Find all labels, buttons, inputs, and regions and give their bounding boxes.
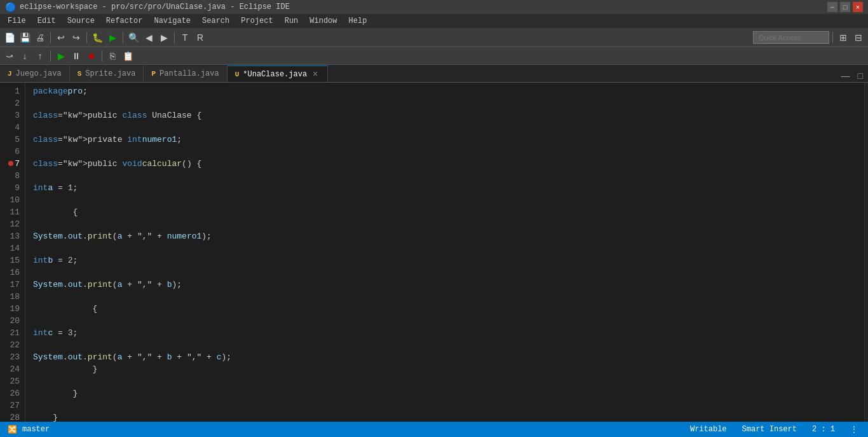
step-return-button[interactable]: ↑	[33, 49, 47, 63]
tab-icon-pantalla: P	[151, 70, 156, 78]
line-num-24: 24	[0, 363, 20, 375]
tab-controls: — □	[839, 69, 868, 82]
line-num-4: 4	[0, 121, 20, 134]
tab-label-unaclase: *UnaClase.java	[243, 70, 307, 79]
code-line-26: }	[33, 387, 864, 399]
code-line-22	[33, 339, 864, 351]
tab-icon-unaclase: U	[235, 71, 240, 78]
line-num-13: 13	[0, 230, 20, 242]
title-bar: 🔵 eclipse-workspace - pro/src/pro/UnaCla…	[0, 0, 868, 14]
open-type-button[interactable]: T	[178, 31, 192, 45]
line-num-5: 5	[0, 134, 20, 146]
step-over-button[interactable]: ⤻	[3, 49, 17, 63]
copy-button[interactable]: ⎘	[105, 49, 119, 63]
code-line-18	[33, 291, 864, 303]
title-bar-controls[interactable]: − □ ×	[827, 2, 863, 12]
menu-item-edit[interactable]: Edit	[32, 15, 61, 27]
window-title: eclipse-workspace - pro/src/pro/UnaClase…	[20, 3, 290, 11]
minimize-editor-button[interactable]: —	[839, 69, 853, 82]
quick-access-input[interactable]	[753, 31, 829, 44]
code-line-25	[33, 375, 864, 387]
step-into-button[interactable]: ↓	[18, 49, 32, 63]
undo-button[interactable]: ↩	[54, 31, 68, 45]
maximize-editor-button[interactable]: □	[855, 69, 865, 82]
debug-button[interactable]: 🐛	[90, 31, 104, 45]
minimap	[864, 83, 868, 422]
minimize-button[interactable]: −	[827, 2, 837, 12]
print-button[interactable]: 🖨	[33, 31, 47, 45]
tab-close-unaclase[interactable]: ×	[311, 70, 320, 79]
tab-icon-juego: J	[8, 70, 12, 78]
code-line-14	[33, 242, 864, 254]
terminate-button[interactable]: ■	[85, 49, 98, 63]
line-num-14: 14	[0, 242, 20, 254]
menu-item-navigate[interactable]: Navigate	[149, 15, 196, 27]
line-num-7: 7	[0, 158, 20, 170]
line-numbers: 1234567891011121314151617181920212223242…	[0, 83, 25, 422]
cursor-position-status[interactable]: 2 : 1	[810, 425, 837, 434]
line-num-3: 3	[0, 109, 20, 121]
code-line-3: class="kw">public class UnaClase {	[33, 109, 864, 121]
tab-sprite[interactable]: S Sprite.java	[70, 66, 144, 82]
tabs-bar: J Juego.java S Sprite.java P Pantalla.ja…	[0, 65, 868, 83]
search-button[interactable]: 🔍	[126, 31, 140, 45]
close-button[interactable]: ×	[853, 2, 863, 12]
suspend-button[interactable]: ⏸	[69, 49, 83, 63]
line-num-6: 6	[0, 146, 20, 158]
line-num-18: 18	[0, 291, 20, 303]
status-bar: 🔀 master Writable Smart Insert 2 : 1 ⋮	[0, 422, 868, 437]
writable-status[interactable]: Writable	[688, 425, 729, 434]
more-options-button[interactable]: ⋮	[848, 425, 860, 434]
run-button[interactable]: ▶	[105, 31, 119, 45]
paste-button[interactable]: 📋	[121, 49, 135, 63]
menu-item-refactor[interactable]: Refactor	[101, 15, 148, 27]
menu-item-window[interactable]: Window	[304, 15, 342, 27]
maximize-button[interactable]: □	[840, 2, 850, 12]
tab-icon-sprite: S	[78, 70, 82, 78]
status-left: 🔀 master	[8, 425, 50, 434]
line-num-10: 10	[0, 194, 20, 206]
branch-name: master	[22, 425, 50, 434]
menu-item-file[interactable]: File	[3, 15, 31, 27]
breakpoint-dot	[8, 161, 13, 166]
redo-button[interactable]: ↪	[69, 31, 83, 45]
code-area[interactable]: package pro; class="kw">public class Una…	[25, 83, 864, 422]
code-line-21: int c = 3;	[33, 327, 864, 339]
tab-label-pantalla: Pantalla.java	[159, 69, 219, 78]
code-line-28: }	[33, 412, 864, 422]
tab-pantalla[interactable]: P Pantalla.java	[144, 66, 227, 82]
prev-button[interactable]: ◀	[142, 31, 156, 45]
perspective-button[interactable]: ⊞	[836, 31, 850, 45]
menu-item-run[interactable]: Run	[280, 15, 304, 27]
tab-label-juego: Juego.java	[16, 69, 62, 78]
branch-icon: 🔀	[8, 425, 17, 434]
sep5	[832, 32, 833, 43]
insert-mode-status[interactable]: Smart Insert	[740, 425, 799, 434]
perspective2-button[interactable]: ⊟	[851, 31, 865, 45]
sep7	[102, 50, 102, 62]
menu-item-project[interactable]: Project	[236, 15, 278, 27]
code-line-27	[33, 399, 864, 412]
code-line-12	[33, 218, 864, 230]
sep4	[174, 32, 175, 43]
title-bar-left: 🔵 eclipse-workspace - pro/src/pro/UnaCla…	[5, 2, 290, 13]
line-num-20: 20	[0, 315, 20, 327]
line-num-23: 23	[0, 351, 20, 363]
save-button[interactable]: 💾	[18, 31, 32, 45]
code-line-4	[33, 121, 864, 134]
code-line-16	[33, 267, 864, 279]
new-button[interactable]: 📄	[3, 31, 17, 45]
line-num-12: 12	[0, 218, 20, 230]
menu-item-help[interactable]: Help	[344, 15, 372, 27]
next-button[interactable]: ▶	[157, 31, 171, 45]
status-right: Writable Smart Insert 2 : 1 ⋮	[688, 425, 860, 434]
tab-unaclase[interactable]: U *UnaClase.java ×	[227, 66, 328, 82]
code-line-11: {	[33, 206, 864, 218]
resume-button[interactable]: ▶	[54, 49, 68, 63]
menu-item-source[interactable]: Source	[62, 15, 100, 27]
menu-item-search[interactable]: Search	[197, 15, 234, 27]
code-line-7: class="kw">public void calcular() {	[33, 158, 864, 170]
tab-juego[interactable]: J Juego.java	[0, 66, 70, 82]
code-line-1: package pro;	[33, 85, 864, 97]
open-resource-button[interactable]: R	[193, 31, 207, 45]
